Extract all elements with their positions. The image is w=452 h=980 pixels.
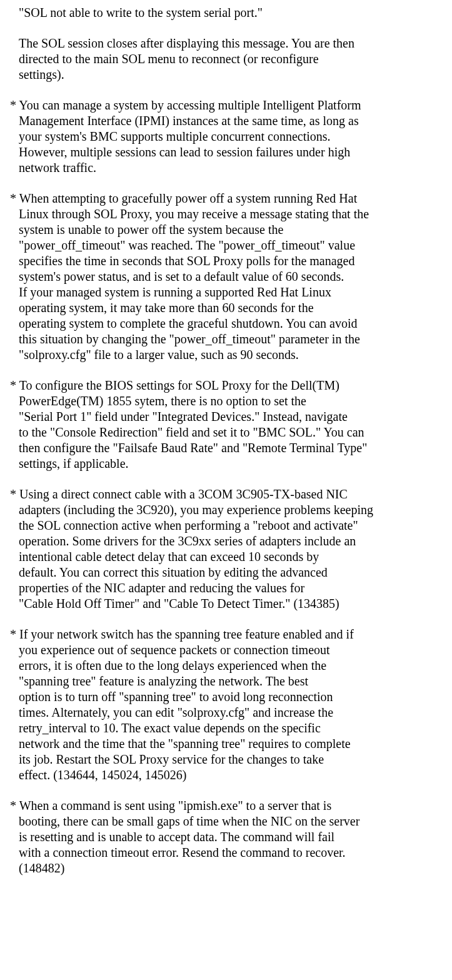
- text-line: However, multiple sessions can lead to s…: [8, 144, 444, 160]
- text-line: then configure the "Failsafe Baud Rate" …: [8, 440, 444, 456]
- text-line: its job. Restart the SOL Proxy service f…: [8, 752, 444, 767]
- document-body: "SOL not able to write to the system ser…: [8, 5, 444, 876]
- text-line: PowerEdge(TM) 1855 sytem, there is no op…: [8, 393, 444, 409]
- text-line: If your managed system is running a supp…: [8, 285, 444, 300]
- text-line: "SOL not able to write to the system ser…: [8, 5, 444, 21]
- text-line: operating system, it may take more than …: [8, 300, 444, 316]
- text-line: network traffic.: [8, 160, 444, 176]
- paragraph: * When attempting to gracefully power of…: [8, 191, 444, 363]
- text-line: this situation by changing the "power_of…: [8, 331, 444, 347]
- text-line: "solproxy.cfg" file to a larger value, s…: [8, 347, 444, 363]
- text-line: "power_off_timeout" was reached. The "po…: [8, 238, 444, 253]
- text-line: times. Alternately, you can edit "solpro…: [8, 705, 444, 720]
- text-line: "spanning tree" feature is analyzing the…: [8, 674, 444, 689]
- text-line: system's power status, and is set to a d…: [8, 269, 444, 285]
- text-line: option is to turn off "spanning tree" to…: [8, 689, 444, 705]
- text-line: is resetting and is unable to accept dat…: [8, 829, 444, 845]
- bullet-line: * If your network switch has the spannin…: [8, 627, 444, 642]
- text-line: settings).: [8, 67, 444, 83]
- text-line: network and the time that the "spanning …: [8, 736, 444, 752]
- text-line: retry_interval to 10. The exact value de…: [8, 720, 444, 736]
- text-line: "Serial Port 1" field under "Integrated …: [8, 409, 444, 425]
- bullet-line: * Using a direct connect cable with a 3C…: [8, 487, 444, 502]
- text-line: settings, if applicable.: [8, 456, 444, 472]
- paragraph: * When a command is sent using "ipmish.e…: [8, 798, 444, 876]
- text-line: default. You can correct this situation …: [8, 565, 444, 580]
- text-line: errors, it is often due to the long dela…: [8, 658, 444, 674]
- paragraph: * You can manage a system by accessing m…: [8, 98, 444, 176]
- paragraph: "SOL not able to write to the system ser…: [8, 5, 444, 21]
- bullet-line: * To configure the BIOS settings for SOL…: [8, 378, 444, 393]
- text-line: your system's BMC supports multiple conc…: [8, 129, 444, 144]
- text-line: directed to the main SOL menu to reconne…: [8, 51, 444, 67]
- text-line: booting, there can be small gaps of time…: [8, 814, 444, 829]
- text-line: you experience out of sequence packets o…: [8, 642, 444, 658]
- bullet-line: * When a command is sent using "ipmish.e…: [8, 798, 444, 814]
- text-line: "Cable Hold Off Timer" and "Cable To Det…: [8, 596, 444, 612]
- text-line: properties of the NIC adapter and reduci…: [8, 580, 444, 596]
- text-line: specifies the time in seconds that SOL P…: [8, 253, 444, 269]
- text-line: Linux through SOL Proxy, you may receive…: [8, 206, 444, 222]
- text-line: (148482): [8, 861, 444, 876]
- paragraph: The SOL session closes after displaying …: [8, 36, 444, 83]
- text-line: intentional cable detect delay that can …: [8, 549, 444, 565]
- text-line: adapters (including the 3C920), you may …: [8, 502, 444, 518]
- text-line: Management Interface (IPMI) instances at…: [8, 113, 444, 129]
- text-line: the SOL connection active when performin…: [8, 518, 444, 533]
- text-line: system is unable to power off the system…: [8, 222, 444, 238]
- bullet-line: * When attempting to gracefully power of…: [8, 191, 444, 206]
- text-line: operation. Some drivers for the 3C9xx se…: [8, 533, 444, 549]
- text-line: with a connection timeout error. Resend …: [8, 845, 444, 861]
- bullet-line: * You can manage a system by accessing m…: [8, 98, 444, 113]
- text-line: to the "Console Redirection" field and s…: [8, 425, 444, 440]
- paragraph: * To configure the BIOS settings for SOL…: [8, 378, 444, 472]
- text-line: effect. (134644, 145024, 145026): [8, 767, 444, 783]
- paragraph: * If your network switch has the spannin…: [8, 627, 444, 783]
- text-line: operating system to complete the gracefu…: [8, 316, 444, 331]
- text-line: The SOL session closes after displaying …: [8, 36, 444, 51]
- paragraph: * Using a direct connect cable with a 3C…: [8, 487, 444, 612]
